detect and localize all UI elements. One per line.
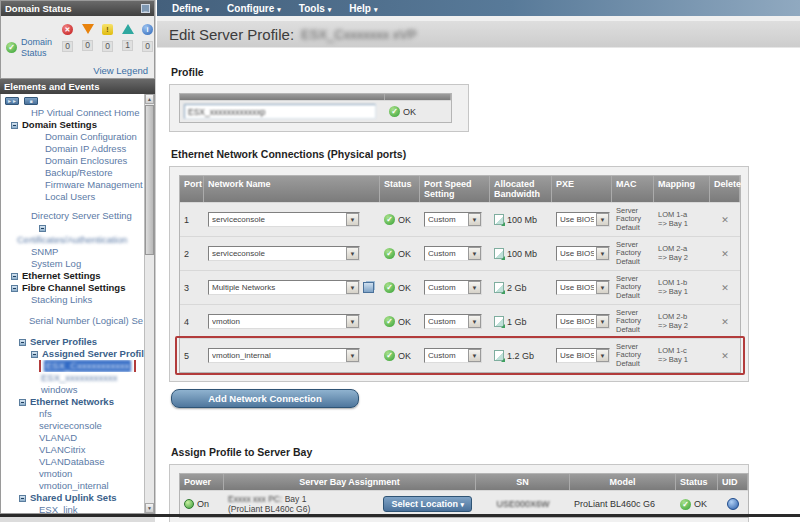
edit-bandwidth-icon[interactable] <box>494 282 504 293</box>
sidebar-item-system-log[interactable]: System Log <box>1 258 154 270</box>
scroll-up-icon[interactable]: ▲ <box>145 94 154 104</box>
minimize-icon[interactable]: _ <box>141 4 150 13</box>
network-name-select[interactable]: Multiple Networks▼ <box>208 280 360 295</box>
sidebar-item-icon[interactable] <box>1 222 154 234</box>
dropdown-arrow-icon[interactable]: ▼ <box>468 315 481 328</box>
sidebar-item-ethernet-settings[interactable]: Ethernet Settings <box>1 270 154 282</box>
sidebar-item-domain-enclosures[interactable]: Domain Enclosures <box>1 155 154 167</box>
tree-minus-icon[interactable] <box>11 122 18 129</box>
sidebar-item-snmp[interactable]: SNMP <box>1 246 154 258</box>
port-number: 4 <box>180 314 204 330</box>
edit-bandwidth-icon[interactable] <box>494 248 504 259</box>
sidebar-item-domain-ip-address[interactable]: Domain IP Address <box>1 143 154 155</box>
network-name-select[interactable]: vmotion▼ <box>208 314 360 329</box>
sidebar-item-hp-virtual-connect-home[interactable]: HP Virtual Connect Home <box>1 107 154 119</box>
port-speed-select[interactable]: Custom▼ <box>424 314 482 329</box>
dropdown-arrow-icon[interactable]: ▼ <box>468 213 481 226</box>
sidebar-item-esx-link[interactable]: ESX_link <box>1 504 154 514</box>
dropdown-arrow-icon[interactable]: ▼ <box>346 315 359 328</box>
dropdown-arrow-icon[interactable]: ▼ <box>468 349 481 362</box>
port-speed-select[interactable]: Custom▼ <box>424 212 482 227</box>
sidebar-item-vmotion[interactable]: vmotion <box>1 468 154 480</box>
sidebar-item-domain-settings[interactable]: Domain Settings <box>1 119 154 131</box>
pxe-select[interactable]: Use BIOS▼ <box>556 280 610 295</box>
pxe-select[interactable]: Use BIOS▼ <box>556 246 610 261</box>
tree-item-label: Ethernet Networks <box>30 396 114 408</box>
sidebar-item-backup-restore[interactable]: Backup/Restore <box>1 167 154 179</box>
sidebar-item-vlandatabase[interactable]: VLANDatabase <box>1 456 154 468</box>
expand-all-button[interactable]: ►► <box>5 97 19 105</box>
menu-tools[interactable]: Tools▾ <box>290 3 340 14</box>
dropdown-arrow-icon[interactable]: ▼ <box>596 349 609 362</box>
dropdown-arrow-icon[interactable]: ▼ <box>346 281 359 294</box>
profile-name-input[interactable] <box>184 104 376 119</box>
port-speed-select[interactable]: Custom▼ <box>424 348 482 363</box>
sidebar-item-directory-server-setting[interactable]: Directory Server Setting <box>1 210 154 222</box>
tree-minus-icon[interactable] <box>19 339 26 346</box>
tree-minus-icon[interactable] <box>11 285 18 292</box>
sidebar-item-fibre-channel-settings[interactable]: Fibre Channel Settings <box>1 282 154 294</box>
dropdown-arrow-icon[interactable]: ▼ <box>346 213 359 226</box>
sidebar-item-stacking-links[interactable]: Stacking Links <box>1 294 154 306</box>
sidebar-item-esx-xxxxxxxxxxx[interactable]: ESX_xxxxxxxxxxx <box>1 372 154 384</box>
tree-minus-icon[interactable] <box>19 399 26 406</box>
dropdown-arrow-icon[interactable]: ▼ <box>468 247 481 260</box>
port-speed-select[interactable]: Custom▼ <box>424 280 482 295</box>
select-location-button[interactable]: Select Location ▾ <box>383 496 472 512</box>
sidebar-item-assigned-server-profile[interactable]: Assigned Server Profile <box>1 348 154 360</box>
add-network-connection-button[interactable]: Add Network Connection <box>171 389 359 408</box>
delete-connection-button[interactable]: ✕ <box>710 246 740 262</box>
dropdown-arrow-icon[interactable]: ▼ <box>346 349 359 362</box>
multiple-networks-icon[interactable] <box>363 282 374 293</box>
sidebar-item-vmotion-internal[interactable]: vmotion_internal <box>1 480 154 492</box>
dropdown-arrow-icon[interactable]: ▼ <box>468 281 481 294</box>
menu-help[interactable]: Help▾ <box>340 3 386 14</box>
view-legend-link[interactable]: View Legend <box>93 65 148 76</box>
delete-connection-button[interactable]: ✕ <box>710 212 740 228</box>
tree-minus-icon[interactable] <box>19 495 26 502</box>
network-name-select[interactable]: serviceconsole▼ <box>208 246 360 261</box>
tree-scrollbar[interactable]: ▲ ▼ <box>144 94 154 513</box>
edit-bandwidth-icon[interactable] <box>494 214 504 225</box>
menu-configure[interactable]: Configure▾ <box>218 3 290 14</box>
sidebar-item-serviceconsole[interactable]: serviceconsole <box>1 420 154 432</box>
pxe-select[interactable]: Use BIOS▼ <box>556 314 610 329</box>
uid-icon[interactable] <box>727 498 739 510</box>
scroll-down-icon[interactable]: ▼ <box>145 503 154 513</box>
sidebar-item-windows[interactable]: windows <box>1 384 154 396</box>
column-header-port: Port <box>180 176 204 202</box>
menu-define[interactable]: Define▾ <box>163 3 218 14</box>
sidebar-item-server-profiles[interactable]: Server Profiles <box>1 336 154 348</box>
tree-minus-icon[interactable] <box>11 273 18 280</box>
sidebar-item-nfs[interactable]: nfs <box>1 408 154 420</box>
edit-bandwidth-icon[interactable] <box>494 350 504 361</box>
tree-minus-icon[interactable] <box>31 351 38 358</box>
sidebar-item-esx-cxxxxxxxxxxx[interactable]: ESX_Cxxxxxxxxxxx <box>1 360 154 372</box>
dropdown-arrow-icon[interactable]: ▼ <box>596 281 609 294</box>
sidebar-item-firmware-management[interactable]: Firmware Management <box>1 179 154 191</box>
delete-connection-button[interactable]: ✕ <box>710 314 740 330</box>
sidebar-item-domain-configuration[interactable]: Domain Configuration <box>1 131 154 143</box>
delete-connection-button[interactable]: ✕ <box>710 280 740 296</box>
pxe-select[interactable]: Use BIOS▼ <box>556 212 610 227</box>
delete-connection-button[interactable]: ✕ <box>710 348 740 364</box>
network-name-select[interactable]: vmotion_internal▼ <box>208 348 360 363</box>
collapse-all-button[interactable]: ■ <box>24 97 38 105</box>
tree-minus-icon[interactable] <box>39 225 46 232</box>
dropdown-arrow-icon[interactable]: ▼ <box>596 247 609 260</box>
sidebar-item-certificates-authentication[interactable]: Certificates/Authentication <box>1 234 154 246</box>
sidebar-item-local-users[interactable]: Local Users <box>1 191 154 203</box>
sidebar-item-serial-number-logical-se[interactable]: Serial Number (Logical) Se <box>1 315 154 327</box>
scrollbar-thumb[interactable] <box>145 105 154 255</box>
sidebar-item-vlanad[interactable]: VLANAD <box>1 432 154 444</box>
pxe-select[interactable]: Use BIOS▼ <box>556 348 610 363</box>
network-name-select[interactable]: serviceconsole▼ <box>208 212 360 227</box>
sidebar-item-shared-uplink-sets[interactable]: Shared Uplink Sets <box>1 492 154 504</box>
port-speed-select[interactable]: Custom▼ <box>424 246 482 261</box>
sidebar-item-vlancitrix[interactable]: VLANCitrix <box>1 444 154 456</box>
edit-bandwidth-icon[interactable] <box>494 316 504 327</box>
dropdown-arrow-icon[interactable]: ▼ <box>596 315 609 328</box>
dropdown-arrow-icon[interactable]: ▼ <box>596 213 609 226</box>
dropdown-arrow-icon[interactable]: ▼ <box>346 247 359 260</box>
sidebar-item-ethernet-networks[interactable]: Ethernet Networks <box>1 396 154 408</box>
